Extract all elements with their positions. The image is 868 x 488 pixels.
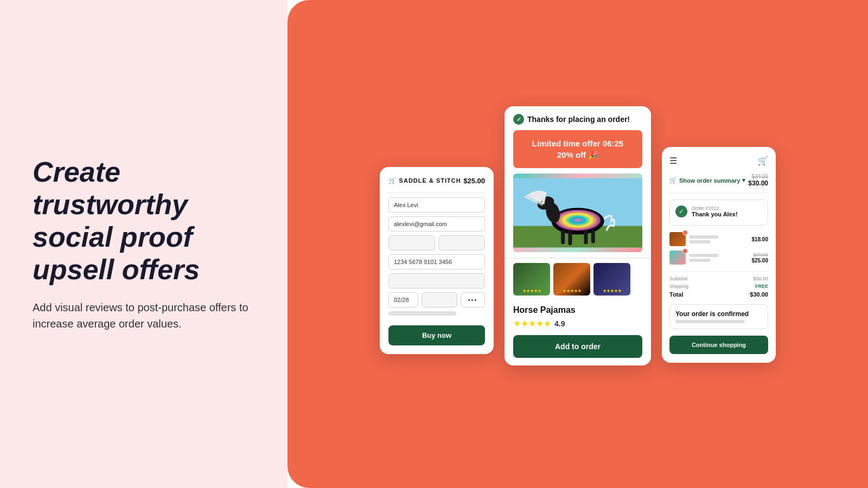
subtotal-val: $30.00	[753, 276, 768, 281]
confirmed-bar	[675, 320, 745, 323]
item2-left	[669, 251, 719, 265]
offer-card: ✓ Thanks for placing an order! Limited t…	[505, 106, 651, 365]
right-panel: 🛒 SADDLE & STITCH $25.00 Alex Levi alexl…	[288, 0, 868, 488]
order-items: $18.00 $29.00 $25.00	[669, 232, 768, 265]
buy-now-button[interactable]: Buy now	[388, 325, 485, 345]
item2-price: $25.00	[751, 258, 768, 264]
shipping-val: FREE	[755, 284, 768, 289]
item1-bar1	[689, 235, 719, 239]
order-summary-row: 🛒 Show order summary ▾ $34.00 $30.00	[669, 174, 768, 193]
store-logo: SADDLE & STITCH	[399, 177, 461, 184]
card-number-field[interactable]: 1234 5678 9101 3456	[388, 254, 485, 269]
subtotal-row: Subtotal $30.00	[669, 276, 768, 281]
item2-name-bars	[689, 254, 719, 262]
item2-bar1	[689, 254, 719, 257]
order-confirmed-box: ✓ Order #1012 Thank you Alex!	[669, 200, 768, 226]
subtext: Add visual reviews to post-purchase offe…	[33, 299, 255, 332]
rating-number: 4.9	[554, 319, 565, 328]
item2-dot	[682, 248, 688, 254]
order-totals: Subtotal $30.00 Shipping FREE Total $30.…	[669, 271, 768, 298]
total-row: Total $30.00	[669, 291, 768, 298]
item2-prices: $29.00 $25.00	[751, 252, 768, 264]
thumbnails-row: ★★★★★ ★★★★★ ★★★★★	[505, 258, 651, 300]
thumb1-stars: ★★★★★	[522, 288, 541, 293]
offer-banner: Limited time offer 06:25 20% off 🎉	[513, 130, 642, 168]
product-stars: ★★★★★	[513, 318, 551, 329]
svg-rect-4	[561, 230, 565, 244]
order-check-row: ✓ Order #1012 Thank you Alex!	[675, 206, 762, 217]
confirmed-card: ☰ 🛒 🛒 Show order summary ▾ $34.00 $30.00…	[662, 147, 776, 363]
cart-icon-card3[interactable]: 🛒	[757, 156, 768, 166]
item1-image	[669, 232, 686, 246]
thumbnail-1[interactable]: ★★★★★	[513, 263, 550, 296]
item1-price: $18.00	[751, 236, 768, 242]
svg-rect-6	[584, 230, 588, 244]
item2-price-original: $29.00	[751, 252, 768, 258]
card1-header: 🛒 SADDLE & STITCH $25.00	[388, 177, 485, 185]
thanks-bar: ✓ Thanks for placing an order!	[513, 114, 642, 125]
address-field[interactable]	[388, 273, 485, 288]
svg-rect-7	[591, 230, 595, 243]
order-info: Order #1012 Thank you Alex!	[692, 206, 738, 217]
product-image-main	[513, 174, 642, 252]
offer-line1: Limited time offer 06:25	[519, 138, 637, 149]
offer-line2: 20% off 🎉	[519, 149, 637, 160]
item1-dot	[682, 230, 688, 235]
name-field[interactable]: Alex Levi	[388, 197, 485, 213]
item1-bar2	[689, 240, 711, 243]
thank-you: Thank you Alex!	[692, 211, 738, 217]
price-current: $30.00	[748, 179, 768, 187]
item2-bar2	[689, 259, 711, 262]
check-circle-icon: ✓	[513, 114, 524, 125]
card3-header: ☰ 🛒	[669, 156, 768, 166]
chevron-down-icon: ▾	[742, 177, 745, 184]
hamburger-icon[interactable]: ☰	[669, 156, 677, 166]
total-val: $30.00	[750, 291, 768, 298]
field-half-2[interactable]	[438, 235, 485, 251]
left-content: Create trustworthy social proof upsell o…	[33, 156, 255, 331]
order-summary-left[interactable]: 🛒 Show order summary ▾	[669, 177, 745, 184]
subtotal-label: Subtotal	[669, 276, 687, 281]
cart-icon-small: 🛒	[388, 177, 397, 184]
field-half-1[interactable]	[388, 235, 435, 251]
month-field[interactable]	[422, 292, 457, 307]
thumb3-stars: ★★★★★	[603, 288, 622, 293]
form-row-half	[388, 235, 485, 251]
cvv-field[interactable]: •••	[461, 292, 485, 307]
svg-rect-5	[568, 230, 572, 245]
shipping-row: Shipping FREE	[669, 284, 768, 289]
shipping-label: Shipping	[669, 284, 688, 289]
item1-name-bars	[689, 235, 719, 243]
placeholder-bar	[388, 311, 456, 316]
confirmed-title: Your order is confirmed	[675, 310, 762, 318]
order-number: Order #1012	[692, 206, 738, 211]
offer-card-top: ✓ Thanks for placing an order! Limited t…	[505, 106, 651, 258]
card-details-row: 02/28 •••	[388, 292, 485, 307]
order-summary-prices: $34.00 $30.00	[748, 174, 768, 187]
total-label: Total	[669, 291, 683, 298]
thumb2-stars: ★★★★★	[563, 288, 582, 293]
checkout-price: $25.00	[463, 177, 485, 185]
continue-shopping-button[interactable]: Continue shopping	[669, 336, 768, 354]
thumbnail-2[interactable]: ★★★★★	[553, 263, 590, 296]
thumbnail-3[interactable]: ★★★★★	[593, 263, 630, 296]
show-order-label: Show order summary	[679, 177, 740, 184]
divider	[388, 192, 485, 193]
add-to-order-button[interactable]: Add to order	[513, 335, 642, 358]
cart-small-icon: 🛒	[669, 177, 677, 184]
product-name: Horse Pajamas	[513, 305, 642, 315]
left-panel: Create trustworthy social proof upsell o…	[0, 0, 288, 488]
order-item-2: $29.00 $25.00	[669, 251, 768, 265]
thanks-text: Thanks for placing an order!	[527, 115, 630, 124]
item2-image	[669, 251, 686, 265]
card2-bottom: Horse Pajamas ★★★★★ 4.9 Add to order	[505, 300, 651, 365]
expiry-field[interactable]: 02/28	[388, 292, 418, 307]
check-circle-green: ✓	[675, 206, 687, 217]
svg-point-3	[555, 210, 601, 231]
item1-left	[669, 232, 719, 246]
email-field[interactable]: alexlevi@gmail.com	[388, 216, 485, 232]
checkout-card: 🛒 SADDLE & STITCH $25.00 Alex Levi alexl…	[380, 167, 494, 354]
confirmed-section: Your order is confirmed	[669, 304, 768, 329]
svg-point-11	[541, 201, 543, 202]
rating-row: ★★★★★ 4.9	[513, 318, 642, 329]
